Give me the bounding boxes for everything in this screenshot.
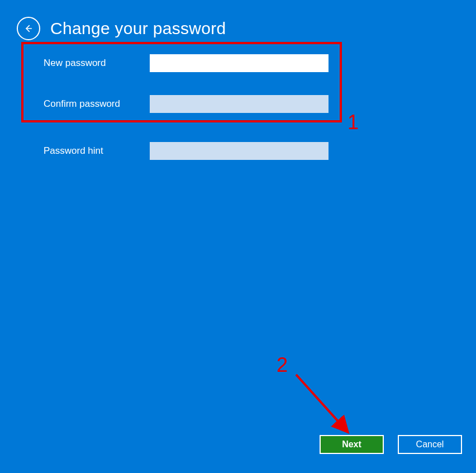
- annotation-label-1: 1: [348, 111, 359, 134]
- next-button-label: Next: [342, 439, 361, 450]
- password-hint-label: Password hint: [44, 145, 150, 157]
- password-hint-input[interactable]: [150, 142, 329, 160]
- back-arrow-icon: [24, 24, 33, 33]
- password-hint-row: Password hint: [44, 141, 329, 161]
- cancel-button[interactable]: Cancel: [398, 435, 462, 454]
- next-button[interactable]: Next: [320, 435, 384, 454]
- page-title: Change your password: [50, 19, 226, 38]
- confirm-password-input[interactable]: [150, 95, 329, 113]
- back-button[interactable]: [17, 17, 40, 40]
- annotation-label-2: 2: [277, 353, 288, 377]
- svg-line-2: [296, 375, 346, 431]
- new-password-row: New password: [44, 53, 329, 73]
- confirm-password-row: Confirm password: [44, 94, 329, 114]
- new-password-input[interactable]: [150, 54, 329, 72]
- confirm-password-label: Confirm password: [44, 98, 150, 110]
- new-password-label: New password: [44, 58, 150, 69]
- cancel-button-label: Cancel: [416, 439, 444, 450]
